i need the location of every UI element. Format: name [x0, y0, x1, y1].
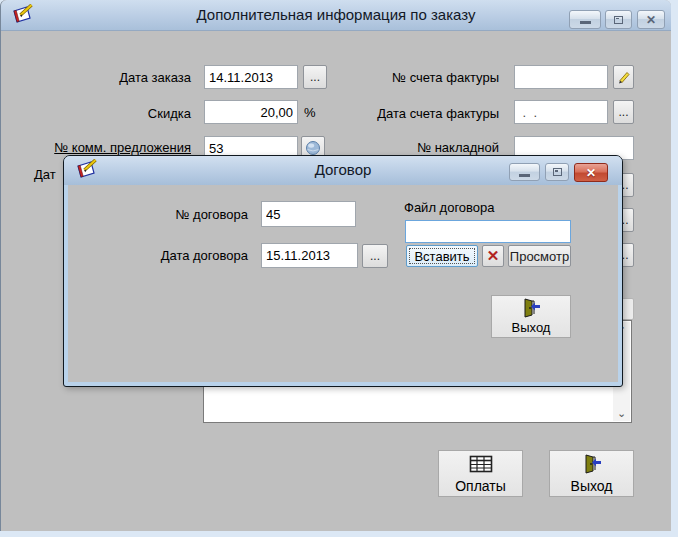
close-icon: ✕ [646, 14, 656, 26]
minimize-icon [519, 174, 530, 177]
exit-door-icon [582, 454, 602, 474]
scroll-down-icon[interactable]: ⌄ [613, 405, 630, 421]
order-date-browse-button[interactable]: ... [303, 65, 327, 89]
invoice-date-input[interactable] [514, 100, 608, 124]
invoice-number-label: № счета фактуры [349, 70, 499, 86]
view-file-button[interactable]: Просмотр [508, 245, 571, 267]
dialog-titlebar: Договор ✕ [64, 156, 622, 185]
dialog-exit-label: Выход [512, 320, 551, 335]
restore-button[interactable] [605, 10, 632, 29]
invoice-number-input[interactable] [514, 65, 608, 89]
screen: Дополнительная информация по заказу ✕ Да… [0, 0, 678, 537]
contract-date-label: Дата договора [128, 248, 248, 264]
restore-icon [614, 16, 623, 24]
contract-number-label: № договора [148, 207, 248, 223]
invoice-number-edit-button[interactable] [613, 65, 634, 89]
red-cross-icon: ✕ [487, 247, 500, 265]
contract-date-browse-button[interactable]: ... [362, 244, 388, 268]
table-icon [469, 454, 493, 474]
dialog-minimize-button[interactable] [509, 163, 540, 181]
close-button[interactable]: ✕ [637, 10, 665, 29]
contract-file-label: Файл договора [404, 200, 554, 216]
waybill-number-label: № накладной [349, 140, 499, 156]
exit-door-icon [521, 298, 541, 318]
dialog-close-button[interactable]: ✕ [574, 163, 608, 182]
commercial-offer-label[interactable]: № комм. предложения [41, 140, 191, 156]
discount-label: Скидка [41, 106, 191, 122]
exit-button[interactable]: Выход [549, 450, 634, 497]
globe-icon [305, 140, 321, 156]
insert-file-button[interactable]: Вставить [406, 245, 478, 267]
main-titlebar: Дополнительная информация по заказу ✕ [1, 0, 671, 31]
exit-button-label: Выход [571, 478, 613, 494]
payments-button-label: Оплаты [455, 478, 506, 494]
discount-input[interactable] [204, 100, 298, 124]
pencil-icon [616, 69, 632, 85]
clear-file-button[interactable]: ✕ [482, 245, 504, 267]
restore-icon [553, 168, 562, 176]
contract-number-input[interactable] [261, 201, 356, 227]
dialog-exit-button[interactable]: Выход [491, 295, 571, 338]
minimize-icon [580, 21, 591, 24]
close-icon: ✕ [586, 167, 596, 179]
contract-date-input[interactable] [261, 243, 358, 268]
payments-button[interactable]: Оплаты [438, 450, 523, 497]
discount-percent-label: % [304, 105, 324, 121]
contract-file-input[interactable] [405, 220, 571, 243]
dialog-restore-button[interactable] [545, 163, 569, 181]
dialog-client-area: № договора Файл договора Дата договора .… [68, 185, 618, 382]
contract-dialog: Договор ✕ № договора Файл договора Дата … [63, 155, 623, 387]
order-date-label: Дата заказа [41, 70, 191, 86]
minimize-button[interactable] [569, 10, 601, 29]
invoice-date-browse-button[interactable]: ... [613, 100, 634, 124]
order-date-input[interactable] [204, 65, 298, 89]
invoice-date-label: Дата счета фактуры [349, 106, 499, 122]
